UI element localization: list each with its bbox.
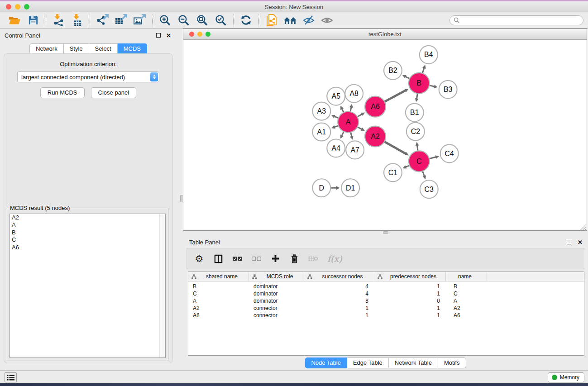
- zoom-selected-icon[interactable]: [211, 14, 230, 27]
- close-table-panel-icon[interactable]: ✕: [578, 239, 583, 246]
- graph-node-A7[interactable]: A7: [346, 141, 364, 159]
- graph-edge-B-B2[interactable]: [405, 76, 409, 78]
- graph-edge-B-B4[interactable]: [422, 67, 424, 73]
- deselect-all-icon[interactable]: [251, 256, 261, 261]
- graph-node-B4[interactable]: B4: [420, 46, 438, 64]
- tab-select[interactable]: Select: [89, 43, 118, 54]
- table-row[interactable]: Adominator80A: [188, 297, 584, 305]
- column-header-mcds-role[interactable]: MCDS role: [249, 272, 304, 281]
- network-graph[interactable]: B4B2BB3A5A8A6B1A3AA1C2A2A4A7C4CC1DD1C3: [183, 40, 587, 230]
- hide-eye-icon[interactable]: [299, 14, 318, 27]
- graph-node-C[interactable]: C: [409, 151, 430, 172]
- search-input[interactable]: [449, 15, 583, 25]
- graph-edge-A6-B[interactable]: [385, 90, 406, 101]
- show-eye-icon[interactable]: [318, 14, 336, 27]
- graph-node-C4[interactable]: C4: [440, 144, 459, 162]
- float-panel-icon[interactable]: [156, 33, 161, 38]
- tab-style[interactable]: Style: [64, 43, 89, 54]
- graph-edge-A-A8[interactable]: [350, 106, 351, 111]
- export-network-icon[interactable]: [93, 14, 112, 27]
- memory-button[interactable]: Memory: [548, 372, 584, 382]
- open-session-icon[interactable]: [5, 14, 24, 27]
- column-icon[interactable]: [213, 254, 223, 263]
- export-image-icon[interactable]: [130, 14, 149, 27]
- table-row[interactable]: Bdominator41B: [188, 283, 584, 290]
- graph-edge-A-A5[interactable]: [342, 108, 344, 112]
- zoom-fit-icon[interactable]: [193, 14, 211, 27]
- search-text[interactable]: [462, 17, 579, 24]
- graph-edge-C-C4[interactable]: [430, 157, 437, 159]
- column-header-successor-nodes[interactable]: successor nodes: [304, 272, 374, 281]
- refresh-layout-icon[interactable]: [237, 14, 255, 27]
- result-list-item[interactable]: A2: [10, 214, 165, 221]
- graph-edge-C-C1[interactable]: [405, 166, 409, 167]
- column-header-predecessor-nodes[interactable]: predecessor nodes: [374, 272, 446, 281]
- graph-node-B2[interactable]: B2: [384, 62, 402, 80]
- graph-node-A8[interactable]: A8: [345, 85, 363, 103]
- task-history-button[interactable]: [5, 372, 17, 382]
- table-row[interactable]: A2connector11A2: [188, 305, 584, 312]
- graph-node-B[interactable]: B: [409, 73, 430, 94]
- graph-node-B1[interactable]: B1: [406, 104, 424, 122]
- network-document-icon[interactable]: [262, 14, 281, 27]
- result-list-item[interactable]: B: [10, 229, 165, 236]
- graph-edge-A-A7[interactable]: [351, 133, 352, 137]
- graph-node-C1[interactable]: C1: [384, 163, 402, 181]
- graph-node-D1[interactable]: D1: [341, 179, 359, 197]
- result-list-item[interactable]: A: [10, 221, 165, 229]
- graph-node-D[interactable]: D: [312, 179, 330, 197]
- save-session-icon[interactable]: [24, 14, 43, 27]
- tab-network[interactable]: Network: [29, 43, 64, 54]
- float-table-panel-icon[interactable]: [567, 240, 571, 244]
- tab-network-table[interactable]: Network Table: [389, 357, 438, 368]
- graph-edge-A-A2[interactable]: [358, 127, 363, 130]
- home-icon[interactable]: [281, 14, 299, 27]
- graph-node-A5[interactable]: A5: [327, 87, 345, 105]
- criterion-select[interactable]: largest connected component (directed): [17, 71, 159, 82]
- zoom-out-icon[interactable]: [174, 14, 193, 27]
- table-row[interactable]: A6connector11A6: [188, 312, 584, 319]
- table-row[interactable]: Cdominator41C: [188, 290, 584, 297]
- import-network-icon[interactable]: [49, 14, 68, 27]
- result-list-item[interactable]: C: [10, 236, 165, 243]
- gear-icon[interactable]: ⚙: [194, 254, 204, 263]
- graph-node-A3[interactable]: A3: [312, 102, 330, 120]
- close-panel-button[interactable]: Close panel: [91, 87, 137, 98]
- column-header-name[interactable]: name: [446, 272, 487, 281]
- network-canvas[interactable]: B4B2BB3A5A8A6B1A3AA1C2A2A4A7C4CC1DD1C3: [183, 40, 587, 230]
- tab-mcds[interactable]: MCDS: [118, 43, 147, 54]
- graph-node-C2[interactable]: C2: [406, 123, 425, 141]
- close-panel-icon[interactable]: ✕: [166, 32, 171, 39]
- graph-edge-A-A4[interactable]: [341, 132, 344, 136]
- export-table-icon[interactable]: [112, 14, 130, 27]
- graph-edge-A-A1[interactable]: [334, 126, 338, 127]
- tab-node-table[interactable]: Node Table: [305, 357, 347, 368]
- tab-motifs[interactable]: Motifs: [438, 357, 466, 368]
- graph-edge-C-C3[interactable]: [423, 172, 425, 177]
- graph-node-A[interactable]: A: [338, 112, 359, 133]
- graph-node-A6[interactable]: A6: [365, 96, 386, 117]
- graph-node-A4[interactable]: A4: [327, 139, 345, 157]
- graph-node-A1[interactable]: A1: [312, 123, 330, 141]
- result-scrollbar[interactable]: [159, 214, 165, 357]
- graph-edge-B-B3[interactable]: [430, 86, 435, 87]
- column-header-shared-name[interactable]: shared name: [188, 272, 249, 281]
- graph-node-B3[interactable]: B3: [439, 81, 457, 99]
- add-icon[interactable]: [270, 255, 280, 262]
- graph-edge-A2-C[interactable]: [385, 142, 406, 154]
- graph-edge-A-A3[interactable]: [334, 116, 338, 118]
- result-list-item[interactable]: A6: [10, 244, 165, 251]
- trash-icon[interactable]: [289, 254, 299, 263]
- horizontal-scrollbar-thumb[interactable]: [383, 231, 388, 234]
- zoom-in-icon[interactable]: [156, 14, 174, 27]
- run-mcds-button[interactable]: Run MCDS: [40, 87, 85, 98]
- vertical-scrollbar-thumb[interactable]: [180, 195, 183, 202]
- graph-edge-C-C2[interactable]: [417, 144, 418, 150]
- tab-edge-table[interactable]: Edge Table: [347, 357, 389, 368]
- graph-node-A2[interactable]: A2: [365, 126, 386, 147]
- graph-edge-B-B1[interactable]: [416, 94, 417, 100]
- graph-edge-A-A6[interactable]: [358, 114, 363, 116]
- select-all-icon[interactable]: [232, 256, 242, 261]
- graph-node-C3[interactable]: C3: [420, 180, 438, 198]
- import-table-icon[interactable]: [68, 14, 86, 27]
